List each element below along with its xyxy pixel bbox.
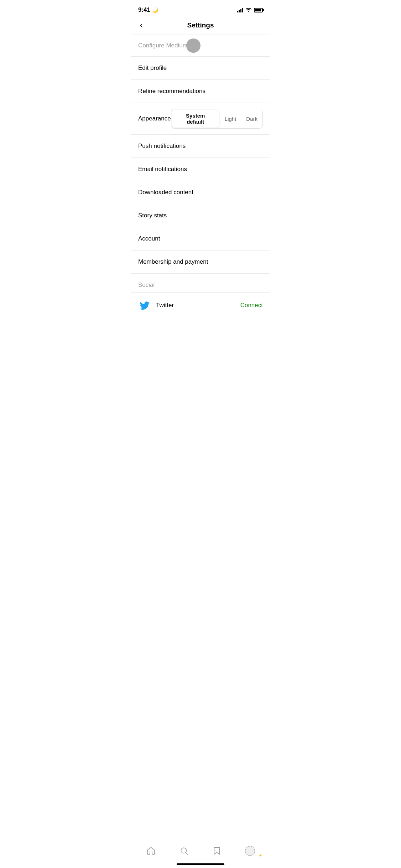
configure-medium-label: Configure Medium bbox=[138, 42, 188, 49]
settings-item-refine-recommendations[interactable]: Refine recommendations bbox=[131, 80, 270, 103]
settings-item-edit-profile[interactable]: Edit profile bbox=[131, 57, 270, 80]
status-bar: 9:41 🌙 bbox=[131, 0, 270, 18]
account-label: Account bbox=[138, 235, 160, 242]
settings-item-email-notifications[interactable]: Email notifications bbox=[131, 158, 270, 181]
story-stats-label: Story stats bbox=[138, 212, 167, 219]
twitter-connect-button[interactable]: Connect bbox=[240, 302, 263, 309]
configure-medium-avatar bbox=[186, 38, 200, 53]
push-notifications-label: Push notifications bbox=[138, 143, 186, 149]
settings-item-appearance[interactable]: Appearance System default Light Dark bbox=[131, 103, 270, 135]
appearance-label: Appearance bbox=[138, 115, 171, 122]
settings-item-story-stats[interactable]: Story stats bbox=[131, 204, 270, 227]
edit-profile-label: Edit profile bbox=[138, 64, 167, 71]
social-item-twitter[interactable]: Twitter Connect bbox=[131, 292, 270, 318]
membership-label: Membership and payment bbox=[138, 258, 208, 265]
twitter-left: Twitter bbox=[138, 299, 174, 312]
signal-icon bbox=[237, 7, 243, 12]
appearance-option-system-default[interactable]: System default bbox=[172, 110, 219, 128]
refine-recommendations-label: Refine recommendations bbox=[138, 88, 205, 94]
status-icons bbox=[237, 7, 263, 13]
back-button[interactable]: ‹ bbox=[138, 19, 144, 32]
battery-icon bbox=[254, 8, 263, 12]
settings-item-account[interactable]: Account bbox=[131, 227, 270, 250]
appearance-options: System default Light Dark bbox=[171, 109, 263, 129]
appearance-option-light[interactable]: Light bbox=[220, 113, 241, 125]
settings-item-push-notifications[interactable]: Push notifications bbox=[131, 135, 270, 158]
wifi-icon bbox=[245, 7, 252, 13]
social-section-header: Social bbox=[131, 274, 270, 292]
downloaded-content-label: Downloaded content bbox=[138, 189, 193, 196]
settings-item-membership[interactable]: Membership and payment bbox=[131, 250, 270, 274]
settings-item-downloaded-content[interactable]: Downloaded content bbox=[131, 181, 270, 204]
twitter-name: Twitter bbox=[156, 302, 174, 309]
page-title: Settings bbox=[187, 21, 214, 29]
moon-icon: 🌙 bbox=[152, 7, 158, 13]
email-notifications-label: Email notifications bbox=[138, 166, 187, 172]
nav-header: ‹ Settings bbox=[131, 18, 270, 35]
appearance-option-dark[interactable]: Dark bbox=[241, 113, 262, 125]
settings-list: Configure Medium Edit profile Refine rec… bbox=[131, 35, 270, 274]
twitter-icon bbox=[138, 299, 151, 312]
status-time: 9:41 🌙 bbox=[138, 6, 158, 14]
settings-item-configure-medium[interactable]: Configure Medium bbox=[131, 35, 270, 57]
social-label: Social bbox=[138, 281, 155, 288]
